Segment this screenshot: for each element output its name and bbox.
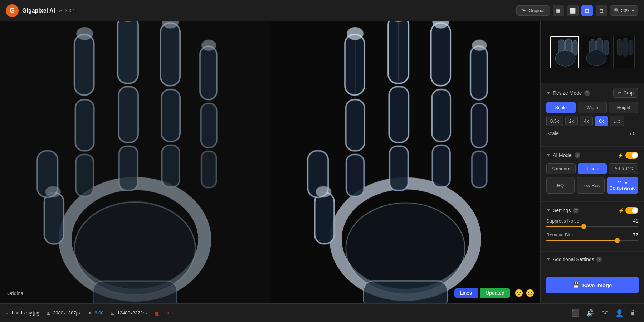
model-stat: ▣ Lines [155, 310, 173, 316]
settings-toggle[interactable] [625, 207, 638, 214]
grid-view-btn[interactable]: ⊟ [596, 5, 607, 16]
settings-header: ▼ Settings ? ⚡ [546, 207, 638, 214]
toggle-circle-settings [632, 208, 638, 213]
scale-mode-btn[interactable]: Scale [546, 102, 576, 113]
zoom-control[interactable]: 🔍 23% ▾ [610, 5, 638, 16]
svg-rect-13 [161, 89, 180, 142]
height-mode-btn[interactable]: Height [609, 102, 638, 113]
ai-model-section: ▼ AI Model ? ⚡ Standard Lines Art & CG H… [541, 147, 644, 202]
additional-settings-help[interactable]: ? [596, 257, 602, 262]
scale-0-5x-btn[interactable]: 0.5x [546, 116, 563, 126]
settings-help[interactable]: ? [573, 208, 579, 213]
svg-rect-14 [162, 145, 179, 187]
scale-presets: 0.5x 2x 4x 6x ...x [546, 116, 638, 126]
model-badge: Lines Updated 🙂 🙁 [454, 288, 535, 298]
settings-toggle-row: ⚡ [618, 207, 638, 214]
svg-rect-6 [74, 35, 94, 95]
file-name: hand xray.jpg [12, 310, 39, 316]
ai-model-btns: Standard Lines Art & CG [546, 163, 638, 174]
suppress-noise-track[interactable] [546, 226, 638, 227]
svg-rect-59 [617, 39, 622, 55]
scale-custom-btn[interactable]: ...x [610, 116, 624, 126]
grid-icon: ⊟ [599, 8, 604, 14]
xray-processed: Lines Updated 🙂 🙁 [270, 21, 540, 303]
eye-icon: 👁 [522, 8, 526, 13]
suppress-noise-value: 41 [633, 218, 638, 224]
svg-point-44 [472, 40, 487, 51]
verycompressed-btn[interactable]: Very Compressed [607, 177, 638, 194]
ai-model-help[interactable]: ? [575, 152, 580, 158]
thumbs-up-btn[interactable]: 🙂 [514, 289, 523, 297]
remove-blur-fill [546, 240, 617, 241]
audio-btn[interactable]: 🔊 [585, 308, 596, 318]
lines-model-btn[interactable]: Lines [578, 163, 607, 174]
svg-point-45 [316, 186, 331, 197]
save-icon: 💾 [573, 282, 580, 288]
svg-rect-11 [119, 146, 138, 191]
chevron-down-icon: ▾ [632, 8, 634, 13]
thumb-3[interactable] [613, 36, 635, 68]
collapse-resize-icon[interactable]: ▼ [546, 91, 551, 96]
svg-rect-31 [346, 155, 364, 196]
remove-blur-header: Remove Blur 77 [546, 232, 638, 238]
svg-rect-3 [93, 281, 177, 304]
crop-button[interactable]: ✂ Crop [613, 88, 638, 98]
color-palette-btn[interactable]: ⬛ [570, 308, 581, 318]
standard-model-btn[interactable]: Standard [546, 163, 576, 174]
single-pane-icon: ▣ [556, 8, 561, 14]
app-logo: G [6, 4, 19, 17]
svg-rect-7 [75, 100, 94, 151]
image-size-icon: ⊞ [47, 310, 51, 316]
original-view-btn[interactable]: 👁 Original [516, 5, 550, 16]
svg-rect-4 [44, 193, 64, 244]
svg-point-52 [555, 50, 575, 66]
lowres-btn[interactable]: Low Res [577, 177, 605, 194]
output-icon: ⊡ [111, 310, 115, 316]
single-view-btn[interactable]: ▣ [553, 5, 564, 16]
toggle-circle-ai [632, 152, 638, 158]
side-by-side-btn[interactable]: ⊞ [581, 5, 593, 16]
thumb-1[interactable] [550, 36, 579, 68]
ai-model-header: ▼ AI Model ? ⚡ [546, 152, 638, 159]
scale-2x-btn[interactable]: 2x [565, 116, 578, 126]
svg-rect-15 [200, 46, 217, 100]
collapse-ai-icon[interactable]: ▼ [546, 153, 551, 158]
width-mode-btn[interactable]: Width [578, 102, 607, 113]
main-content: Original [0, 21, 644, 303]
checkmark-icon: ✓ [6, 310, 10, 316]
thumbs-down-btn[interactable]: 🙁 [526, 289, 535, 297]
svg-rect-38 [470, 46, 487, 100]
svg-rect-39 [472, 103, 487, 148]
settings-title: ▼ Settings ? [546, 208, 579, 213]
output-size-stat: ⊡ 12480x8322px [111, 310, 147, 316]
additional-settings-title: ▼ Additional Settings ? [546, 257, 602, 262]
user-btn[interactable]: 👤 [614, 308, 625, 318]
save-image-button[interactable]: 💾 Save Image [546, 277, 639, 293]
remove-blur-track[interactable] [546, 240, 638, 241]
svg-rect-27 [315, 193, 335, 244]
collapse-settings-icon[interactable]: ▼ [546, 208, 551, 213]
suppress-noise-thumb[interactable] [581, 224, 586, 229]
svg-rect-17 [201, 151, 216, 187]
bottom-bar: ✓ hand xray.jpg ⊞ 2080x1387px ✕ 6.00 ⊡ 1… [0, 303, 644, 322]
thumb-2[interactable] [582, 36, 610, 68]
svg-rect-30 [346, 100, 365, 151]
cc-btn[interactable]: CC [600, 309, 610, 317]
hq-btn[interactable]: HQ [546, 177, 575, 194]
original-size-stat: ⊞ 2080x1387px [47, 310, 81, 316]
trash-btn[interactable]: 🗑 [629, 308, 638, 318]
remove-blur-thumb[interactable] [615, 238, 620, 243]
svg-point-41 [347, 27, 364, 40]
artcg-model-btn[interactable]: Art & CG [609, 163, 638, 174]
canvas-area[interactable]: Original [0, 21, 540, 303]
svg-rect-16 [201, 103, 217, 148]
resize-mode-help[interactable]: ? [584, 90, 590, 96]
suppress-noise-fill [546, 226, 584, 227]
resize-mode-btns: Scale Width Height [546, 102, 638, 113]
scale-6x-btn[interactable]: 6x [595, 116, 608, 126]
split-view-btn[interactable]: ⬜ [567, 5, 579, 16]
collapse-additional-icon[interactable]: ▼ [546, 257, 551, 262]
scale-4x-btn[interactable]: 4x [580, 116, 593, 126]
ai-model-toggle[interactable] [625, 152, 638, 159]
svg-rect-26 [364, 281, 447, 304]
